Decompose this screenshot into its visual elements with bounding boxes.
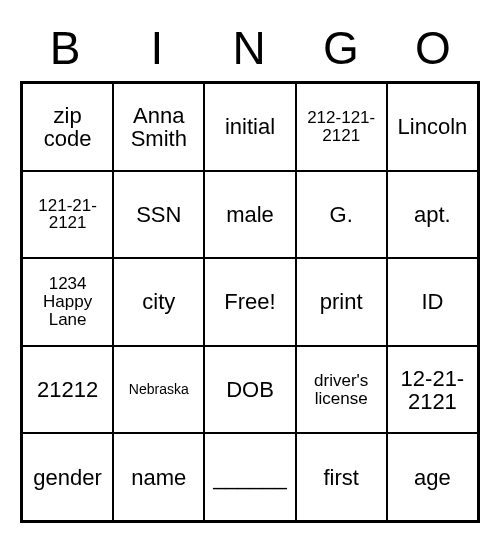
header-g: G (296, 21, 388, 75)
bingo-cell[interactable]: initial (204, 83, 295, 171)
bingo-cell[interactable]: name (113, 433, 204, 521)
bingo-cell[interactable]: city (113, 258, 204, 346)
bingo-cell[interactable]: print (296, 258, 387, 346)
header-b: B (20, 21, 112, 75)
bingo-cell[interactable]: male (204, 171, 295, 259)
bingo-cell[interactable]: ID (387, 258, 478, 346)
bingo-cell[interactable]: Anna Smith (113, 83, 204, 171)
bingo-cell-free[interactable]: Free! (204, 258, 295, 346)
bingo-cell[interactable]: 121-21-2121 (22, 171, 113, 259)
bingo-cell[interactable]: ______ (204, 433, 295, 521)
bingo-cell[interactable]: G. (296, 171, 387, 259)
bingo-cell[interactable]: zip code (22, 83, 113, 171)
bingo-grid: zip code Anna Smith initial 212-121-2121… (20, 81, 480, 523)
bingo-cell[interactable]: SSN (113, 171, 204, 259)
bingo-cell[interactable]: age (387, 433, 478, 521)
bingo-card: B I N G O zip code Anna Smith initial 21… (20, 21, 480, 523)
bingo-cell[interactable]: driver's license (296, 346, 387, 434)
bingo-cell[interactable]: gender (22, 433, 113, 521)
bingo-cell[interactable]: Nebraska (113, 346, 204, 434)
bingo-cell[interactable]: apt. (387, 171, 478, 259)
bingo-cell[interactable]: 21212 (22, 346, 113, 434)
bingo-cell[interactable]: 1234 Happy Lane (22, 258, 113, 346)
bingo-cell[interactable]: first (296, 433, 387, 521)
header-o: O (388, 21, 480, 75)
bingo-cell[interactable]: 12-21-2121 (387, 346, 478, 434)
bingo-cell[interactable]: 212-121-2121 (296, 83, 387, 171)
header-n: N (204, 21, 296, 75)
bingo-cell[interactable]: DOB (204, 346, 295, 434)
bingo-cell[interactable]: Lincoln (387, 83, 478, 171)
bingo-header-row: B I N G O (20, 21, 480, 75)
header-i: I (112, 21, 204, 75)
